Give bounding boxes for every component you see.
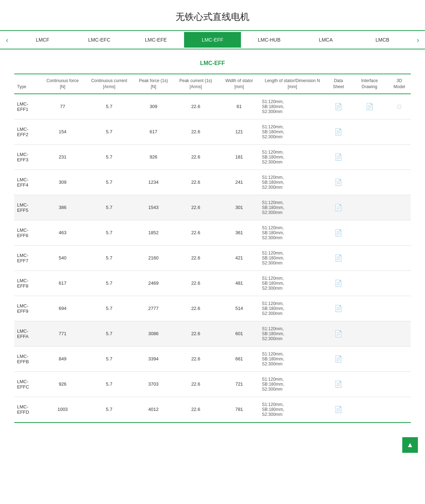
cell-interface-drawing[interactable] — [351, 245, 388, 270]
cell-3d-model[interactable] — [388, 144, 411, 170]
cell-3d-model[interactable] — [388, 270, 411, 296]
col-header-continuous-force: Continuous force [N] — [42, 74, 84, 94]
cell-3d-model[interactable] — [388, 346, 411, 371]
col-header-length-stator: Length of stator/Dimension N [mm] — [259, 74, 326, 94]
cell-peak-force: 309 — [135, 94, 172, 119]
cell-stator-length: S1:120mm, SB:180mm, S2:300mm — [259, 220, 326, 245]
cell-interface-drawing[interactable] — [351, 270, 388, 296]
cell-type: LMC-EFF2 — [14, 119, 42, 144]
scroll-top-button[interactable]: ▲ — [402, 437, 418, 453]
cell-interface-drawing[interactable] — [351, 346, 388, 371]
cell-data-sheet[interactable]: 📄 — [326, 321, 351, 346]
cell-width: 121 — [219, 119, 259, 144]
cell-3d-model[interactable] — [388, 195, 411, 220]
cell-cont-current: 5.7 — [84, 371, 135, 397]
cell-data-sheet[interactable]: 📄 — [326, 170, 351, 195]
cell-data-sheet[interactable]: 📄 — [326, 371, 351, 397]
cell-3d-model[interactable] — [388, 220, 411, 245]
pdf-icon[interactable]: 📄 — [334, 204, 342, 211]
cell-3d-model[interactable] — [388, 119, 411, 144]
cell-data-sheet[interactable]: 📄 — [326, 220, 351, 245]
col-header-interface-drawing: Interface Drawing — [351, 74, 388, 94]
cell-peak-current: 22.6 — [172, 119, 219, 144]
cell-interface-drawing[interactable] — [351, 321, 388, 346]
cell-stator-length: S1:120mm, SB:180mm, S2:300mm — [259, 170, 326, 195]
nav-tab-lmcb[interactable]: LMCB — [354, 32, 411, 48]
cell-cont-current: 5.7 — [84, 346, 135, 371]
cell-width: 181 — [219, 144, 259, 170]
cell-data-sheet[interactable]: 📄 — [326, 119, 351, 144]
pdf-icon[interactable]: 📄 — [334, 229, 342, 237]
col-header-peak-current: Peak current (1s) [Arms] — [172, 74, 219, 94]
cell-stator-length: S1:120mm, SB:180mm, S2:300mm — [259, 270, 326, 296]
cell-peak-force: 926 — [135, 144, 172, 170]
cell-3d-model[interactable] — [388, 371, 411, 397]
3d-model-icon[interactable]: □ — [398, 103, 401, 110]
cell-interface-drawing[interactable] — [351, 371, 388, 397]
cell-data-sheet[interactable]: 📄 — [326, 397, 351, 422]
cell-interface-drawing[interactable] — [351, 296, 388, 321]
pdf-icon[interactable]: 📄 — [334, 355, 342, 363]
nav-tab-lmc-efe[interactable]: LMC-EFE — [128, 32, 184, 48]
cell-3d-model[interactable] — [388, 170, 411, 195]
nav-tab-lmcf[interactable]: LMCF — [14, 32, 71, 48]
drawing-pdf-icon[interactable]: 📄 — [366, 103, 373, 111]
table-row: LMC-EFF21545.761722.6121S1:120mm, SB:180… — [14, 119, 411, 144]
cell-data-sheet[interactable]: 📄 — [326, 296, 351, 321]
cell-type: LMC-EFF6 — [14, 220, 42, 245]
pdf-icon[interactable]: 📄 — [334, 103, 342, 111]
cell-interface-drawing[interactable] — [351, 195, 388, 220]
nav-tab-lmc-eff[interactable]: LMC-EFF — [184, 32, 241, 48]
cell-type: LMC-EFFB — [14, 346, 42, 371]
cell-3d-model[interactable]: □ — [388, 94, 411, 119]
page-title: 无铁心式直线电机 — [0, 0, 425, 30]
product-table: TypeContinuous force [N]Continuous curre… — [14, 74, 411, 422]
nav-next-arrow[interactable]: › — [411, 31, 425, 49]
cell-width: 421 — [219, 245, 259, 270]
cell-data-sheet[interactable]: 📄 — [326, 245, 351, 270]
col-header-width-stator: Width of stator [mm] — [219, 74, 259, 94]
cell-cont-current: 5.7 — [84, 296, 135, 321]
pdf-icon[interactable]: 📄 — [334, 305, 342, 312]
section-title: LMC-EFF — [14, 60, 411, 66]
cell-interface-drawing[interactable]: 📄 — [351, 94, 388, 119]
cell-interface-drawing[interactable] — [351, 220, 388, 245]
pdf-icon[interactable]: 📄 — [334, 128, 342, 136]
pdf-icon[interactable]: 📄 — [334, 330, 342, 338]
cell-3d-model[interactable] — [388, 321, 411, 346]
cell-peak-current: 22.6 — [172, 144, 219, 170]
cell-data-sheet[interactable]: 📄 — [326, 195, 351, 220]
pdf-icon[interactable]: 📄 — [334, 153, 342, 161]
cell-type: LMC-EFFA — [14, 321, 42, 346]
nav-tab-lmc-hub[interactable]: LMC-HUB — [241, 32, 297, 48]
cell-3d-model[interactable] — [388, 397, 411, 422]
cell-cont-force: 771 — [42, 321, 84, 346]
cell-cont-current: 5.7 — [84, 270, 135, 296]
cell-type: LMC-EFFD — [14, 397, 42, 422]
cell-width: 721 — [219, 371, 259, 397]
cell-width: 61 — [219, 94, 259, 119]
cell-interface-drawing[interactable] — [351, 144, 388, 170]
table-body: LMC-EFF1775.730922.661S1:120mm, SB:180mm… — [14, 94, 411, 422]
cell-peak-force: 1543 — [135, 195, 172, 220]
pdf-icon[interactable]: 📄 — [334, 178, 342, 186]
nav-prev-arrow[interactable]: ‹ — [0, 31, 14, 49]
pdf-icon[interactable]: 📄 — [334, 380, 342, 388]
cell-data-sheet[interactable]: 📄 — [326, 144, 351, 170]
nav-tab-lmc-efc[interactable]: LMC-EFC — [71, 32, 127, 48]
pdf-icon[interactable]: 📄 — [334, 279, 342, 287]
cell-data-sheet[interactable]: 📄 — [326, 346, 351, 371]
pdf-icon[interactable]: 📄 — [334, 406, 342, 413]
col-header-continuous-current: Continuous current [Arms] — [84, 74, 135, 94]
cell-interface-drawing[interactable] — [351, 397, 388, 422]
nav-tab-lmca[interactable]: LMCA — [297, 32, 354, 48]
cell-cont-force: 617 — [42, 270, 84, 296]
cell-interface-drawing[interactable] — [351, 170, 388, 195]
pdf-icon[interactable]: 📄 — [334, 254, 342, 262]
cell-interface-drawing[interactable] — [351, 119, 388, 144]
cell-3d-model[interactable] — [388, 296, 411, 321]
cell-data-sheet[interactable]: 📄 — [326, 270, 351, 296]
cell-data-sheet[interactable]: 📄 — [326, 94, 351, 119]
cell-peak-current: 22.6 — [172, 170, 219, 195]
cell-3d-model[interactable] — [388, 245, 411, 270]
